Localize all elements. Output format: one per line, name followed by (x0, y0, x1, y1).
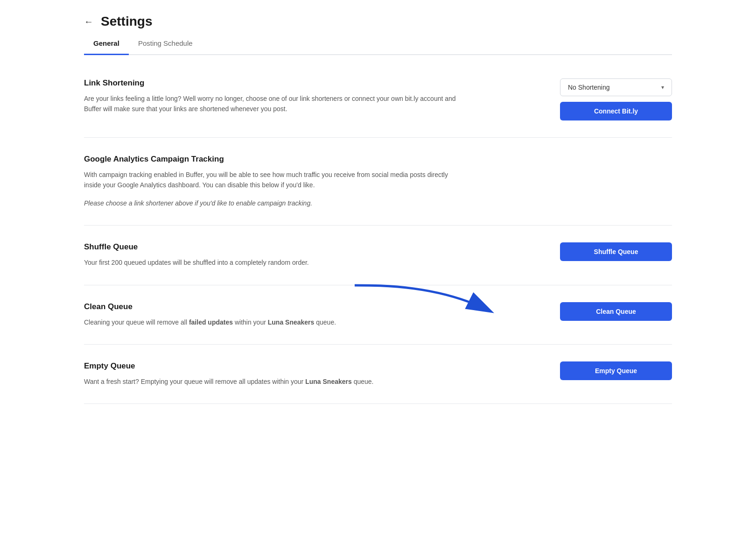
clean-queue-content: Clean Queue Cleaning your queue will rem… (84, 302, 467, 327)
shuffle-queue-content: Shuffle Queue Your first 200 queued upda… (84, 242, 467, 268)
clean-queue-desc-bold1: failed updates (189, 318, 233, 326)
google-analytics-desc: With campaign tracking enabled in Buffer… (84, 170, 467, 191)
dropdown-value: No Shortening (568, 84, 610, 91)
tab-general[interactable]: General (84, 33, 129, 55)
link-shortening-dropdown[interactable]: No Shortening ▾ (560, 78, 672, 96)
clean-queue-section: Clean Queue Cleaning your queue will rem… (84, 285, 672, 345)
content-area: Link Shortening Are your links feeling a… (84, 55, 672, 404)
link-shortening-section: Link Shortening Are your links feeling a… (84, 60, 672, 138)
empty-queue-actions: Empty Queue (560, 361, 672, 380)
connect-bitly-button[interactable]: Connect Bit.ly (560, 102, 672, 120)
shuffle-queue-section: Shuffle Queue Your first 200 queued upda… (84, 226, 672, 285)
link-shortening-content: Link Shortening Are your links feeling a… (84, 78, 467, 114)
clean-queue-desc-bold2: Luna Sneakers (268, 318, 315, 326)
shuffle-queue-desc: Your first 200 queued updates will be sh… (84, 257, 467, 268)
google-analytics-title: Google Analytics Campaign Tracking (84, 155, 467, 164)
empty-queue-button[interactable]: Empty Queue (560, 361, 672, 380)
link-shortening-desc: Are your links feeling a little long? We… (84, 93, 467, 114)
empty-queue-desc: Want a fresh start? Emptying your queue … (84, 376, 467, 387)
link-shortening-actions: No Shortening ▾ Connect Bit.ly (560, 78, 672, 120)
clean-queue-desc-start: Cleaning your queue will remove all (84, 318, 189, 326)
page-title: Settings (101, 14, 152, 29)
empty-queue-section: Empty Queue Want a fresh start? Emptying… (84, 345, 672, 404)
shuffle-queue-button[interactable]: Shuffle Queue (560, 242, 672, 261)
back-button[interactable]: ← (84, 16, 93, 27)
empty-queue-desc-start: Want a fresh start? Emptying your queue … (84, 378, 305, 385)
page-header: ← Settings (84, 14, 672, 29)
empty-queue-content: Empty Queue Want a fresh start? Emptying… (84, 361, 467, 387)
tab-posting-schedule[interactable]: Posting Schedule (129, 33, 202, 55)
link-shortening-title: Link Shortening (84, 78, 467, 88)
shuffle-queue-actions: Shuffle Queue (560, 242, 672, 261)
google-analytics-content: Google Analytics Campaign Tracking With … (84, 155, 467, 208)
clean-queue-button[interactable]: Clean Queue (560, 302, 672, 321)
google-analytics-section: Google Analytics Campaign Tracking With … (84, 138, 672, 226)
clean-queue-desc-end: queue. (314, 318, 336, 326)
google-analytics-note: Please choose a link shortener above if … (84, 198, 467, 208)
tabs-container: General Posting Schedule (84, 33, 672, 55)
empty-queue-desc-end: queue. (352, 378, 374, 385)
chevron-down-icon: ▾ (661, 84, 664, 91)
clean-queue-actions: Clean Queue (560, 302, 672, 321)
clean-queue-title: Clean Queue (84, 302, 467, 311)
shuffle-queue-title: Shuffle Queue (84, 242, 467, 252)
empty-queue-title: Empty Queue (84, 361, 467, 371)
empty-queue-desc-bold: Luna Sneakers (305, 378, 352, 385)
clean-queue-desc: Cleaning your queue will remove all fail… (84, 317, 467, 327)
clean-queue-desc-middle: within your (233, 318, 268, 326)
